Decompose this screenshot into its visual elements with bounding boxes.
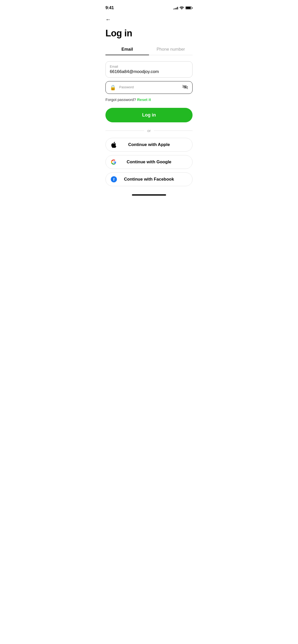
status-time: 9:41 xyxy=(105,5,114,10)
email-field[interactable]: Email 66166a84@moodjoy.com xyxy=(105,61,193,78)
apple-icon xyxy=(111,141,116,148)
divider-line-left xyxy=(105,130,144,131)
divider-line-right xyxy=(154,130,193,131)
page-title: Log in xyxy=(105,28,193,39)
battery-icon xyxy=(185,6,193,9)
main-content: ← Log in Email Phone number Email 66166a… xyxy=(99,16,199,186)
tabs-container: Email Phone number xyxy=(105,47,193,55)
reset-password-link[interactable]: Reset it xyxy=(137,97,151,102)
google-icon xyxy=(111,159,116,165)
apple-login-button[interactable]: Continue with Apple xyxy=(105,138,193,152)
email-value: 66166a84@moodjoy.com xyxy=(110,69,188,74)
wifi-icon xyxy=(180,6,184,10)
google-button-label: Continue with Google xyxy=(127,159,171,165)
email-label: Email xyxy=(110,65,188,68)
login-button[interactable]: Log in xyxy=(105,108,193,122)
tab-email[interactable]: Email xyxy=(105,47,149,55)
google-login-button[interactable]: Continue with Google xyxy=(105,155,193,169)
or-divider: or xyxy=(105,128,193,133)
signal-icon xyxy=(173,6,178,9)
lock-icon: 🔒 xyxy=(110,84,116,91)
back-arrow-icon: ← xyxy=(105,16,111,23)
password-visibility-toggle[interactable] xyxy=(182,85,188,91)
home-indicator xyxy=(132,194,166,196)
facebook-login-button[interactable]: f Continue with Facebook xyxy=(105,172,193,186)
password-field[interactable]: 🔒 Password xyxy=(105,81,193,94)
apple-button-label: Continue with Apple xyxy=(128,142,170,147)
status-icons xyxy=(173,6,193,10)
facebook-icon: f xyxy=(111,176,117,182)
divider-text: or xyxy=(147,128,151,133)
password-label: Password xyxy=(119,85,179,89)
back-button[interactable]: ← xyxy=(105,16,193,23)
forgot-password-text: Forgot password? Reset it xyxy=(105,97,193,102)
facebook-button-label: Continue with Facebook xyxy=(124,177,174,182)
status-bar: 9:41 xyxy=(99,0,199,12)
tab-phone[interactable]: Phone number xyxy=(149,47,193,55)
